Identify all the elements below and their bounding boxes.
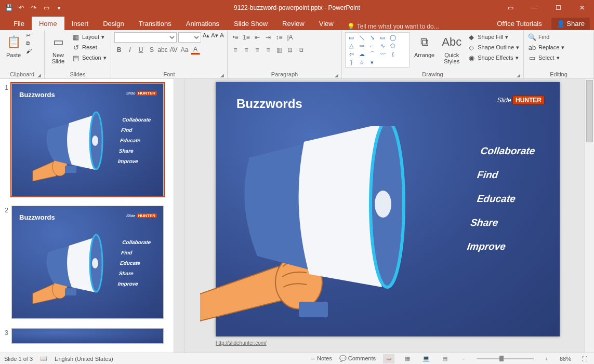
ribbon-display-icon[interactable]: ▭ — [498, 0, 522, 16]
tab-slideshow[interactable]: Slide Show — [227, 17, 275, 30]
shadow-icon[interactable]: abc — [158, 45, 167, 55]
shape-cloud-icon[interactable]: ☁ — [357, 50, 366, 58]
source-link[interactable]: http://slidehunter.com/ — [216, 340, 267, 346]
shape-rect-icon[interactable]: ▭ — [347, 34, 356, 41]
format-painter-icon[interactable]: 🖌 — [26, 48, 32, 54]
tab-animations[interactable]: Animations — [179, 17, 227, 30]
font-color-icon[interactable]: A — [191, 45, 200, 55]
italic-icon[interactable]: I — [125, 45, 135, 55]
sorter-view-icon[interactable]: ▦ — [402, 354, 413, 363]
slide-counter[interactable]: Slide 1 of 3 — [4, 356, 33, 362]
numbering-icon[interactable]: 1≡ — [242, 33, 251, 42]
shapes-gallery[interactable]: ▭＼↘▭◯△ ⇨⌐∿⬠⇦☁ ⌒〰{}☆▾ — [345, 32, 410, 68]
shape-outline-button[interactable]: ◇Shape Outline ▾ — [466, 43, 520, 52]
paste-button[interactable]: 📋 Paste — [3, 32, 24, 59]
tab-design[interactable]: Design — [96, 17, 131, 30]
decrease-font-icon[interactable]: A▾ — [211, 32, 218, 43]
slide-thumbnail-3[interactable] — [11, 328, 164, 344]
language-status[interactable]: English (United States) — [55, 356, 113, 362]
comments-button[interactable]: 💬 Comments — [339, 355, 376, 362]
zoom-out-icon[interactable]: − — [458, 354, 469, 363]
zoom-level[interactable]: 68% — [560, 356, 571, 362]
font-size-select[interactable] — [178, 32, 201, 43]
shape-fill-button[interactable]: ◆Shape Fill ▾ — [466, 32, 520, 42]
shape-line-icon[interactable]: ＼ — [357, 34, 366, 41]
indent-dec-icon[interactable]: ⇤ — [253, 33, 262, 42]
shape-rect2-icon[interactable]: ▭ — [378, 34, 387, 41]
arrange-button[interactable]: ⧉Arrange — [412, 32, 437, 59]
drawing-launcher-icon[interactable]: ◢ — [517, 73, 520, 78]
vertical-scrollbar[interactable] — [585, 79, 594, 353]
start-from-beginning-icon[interactable]: ▭ — [42, 3, 51, 12]
shape-l-icon[interactable]: ⌐ — [367, 42, 377, 49]
layout-button[interactable]: ▦Layout ▾ — [71, 32, 108, 42]
shape-arc-icon[interactable]: ⌒ — [367, 50, 377, 58]
notes-button[interactable]: ≐ Notes — [311, 355, 332, 362]
shape-wave-icon[interactable]: 〰 — [378, 50, 387, 58]
text-direction-icon[interactable]: |A — [285, 33, 295, 42]
shape-brace-icon[interactable]: { — [388, 50, 398, 58]
underline-icon[interactable]: U — [136, 45, 146, 55]
align-right-icon[interactable]: ≡ — [253, 45, 262, 55]
tab-view[interactable]: View — [312, 17, 341, 30]
shape-arrow-icon[interactable]: ⇨ — [357, 42, 366, 49]
strike-icon[interactable]: S — [147, 45, 156, 55]
slide-canvas[interactable]: Buzzwords Slide HUNTER — [216, 82, 560, 336]
tab-transitions[interactable]: Transitions — [131, 17, 179, 30]
shape-line2-icon[interactable]: ↘ — [367, 34, 377, 41]
normal-view-icon[interactable]: ▭ — [383, 354, 394, 363]
shape-curve-icon[interactable]: ∿ — [378, 42, 387, 49]
minimize-icon[interactable]: ― — [522, 0, 546, 16]
shape-star-icon[interactable]: ☆ — [357, 59, 366, 66]
shape-tri-icon[interactable]: △ — [347, 42, 356, 49]
line-spacing-icon[interactable]: ↕≡ — [274, 33, 284, 42]
qat-more-icon[interactable]: ▾ — [54, 3, 63, 12]
bold-icon[interactable]: B — [114, 45, 124, 55]
spellcheck-icon[interactable]: 📖 — [40, 355, 47, 362]
shape-arrow2-icon[interactable]: ⇦ — [347, 50, 356, 58]
close-icon[interactable]: ✕ — [570, 0, 594, 16]
bullets-icon[interactable]: •≡ — [231, 33, 240, 42]
align-left-icon[interactable]: ≡ — [231, 45, 240, 55]
quick-styles-button[interactable]: AbcQuick Styles — [439, 32, 464, 65]
tab-insert[interactable]: Insert — [64, 17, 96, 30]
shape-effects-button[interactable]: ◉Shape Effects ▾ — [466, 53, 520, 62]
columns-icon[interactable]: ▥ — [274, 45, 284, 55]
tab-home[interactable]: Home — [32, 17, 64, 30]
zoom-slider[interactable] — [477, 358, 534, 359]
save-icon[interactable]: 💾 — [4, 3, 14, 12]
shape-more-icon[interactable]: ▾ — [367, 59, 377, 66]
align-text-icon[interactable]: ⊟ — [285, 45, 295, 55]
smartart-icon[interactable]: ⧉ — [296, 45, 306, 55]
new-slide-button[interactable]: ▭ New Slide — [48, 32, 69, 65]
undo-icon[interactable]: ↶ — [17, 3, 26, 12]
find-button[interactable]: 🔍Find — [527, 32, 565, 42]
font-launcher-icon[interactable]: ◢ — [220, 73, 224, 78]
share-button[interactable]: 👤 Share — [551, 18, 590, 30]
copy-icon[interactable]: ⧉ — [26, 40, 32, 47]
indent-inc-icon[interactable]: ⇥ — [263, 33, 273, 42]
slideshow-view-icon[interactable]: ▤ — [439, 354, 451, 363]
clipboard-launcher-icon[interactable]: ◢ — [37, 73, 41, 78]
shape-hex-icon[interactable]: ⬠ — [388, 42, 398, 49]
select-button[interactable]: ▭Select ▾ — [527, 53, 565, 62]
shape-oval-icon[interactable]: ◯ — [388, 34, 398, 41]
slide-thumbnail-2[interactable]: Buzzwords Slide HUNTER Collaborate — [11, 206, 164, 319]
justify-icon[interactable]: ≡ — [263, 45, 273, 55]
tellme-input[interactable] — [357, 23, 456, 30]
zoom-in-icon[interactable]: + — [541, 354, 552, 363]
replace-button[interactable]: abReplace ▾ — [527, 43, 565, 52]
clear-format-icon[interactable]: A̶ — [220, 32, 224, 43]
reading-view-icon[interactable]: 💻 — [420, 354, 432, 363]
increase-font-icon[interactable]: A▴ — [203, 32, 209, 43]
redo-icon[interactable]: ↷ — [29, 3, 38, 12]
office-tutorials-link[interactable]: Office Tutorials — [490, 17, 549, 30]
slide-thumbnail-1[interactable]: Buzzwords Slide HUNTER Collaborate — [11, 83, 164, 196]
spacing-icon[interactable]: AV — [169, 45, 178, 55]
tab-file[interactable]: File — [6, 17, 32, 30]
fit-to-window-icon[interactable]: ⛶ — [578, 354, 590, 363]
section-button[interactable]: ▤Section ▾ — [71, 53, 108, 62]
reset-button[interactable]: ↺Reset — [71, 43, 108, 52]
cut-icon[interactable]: ✂ — [26, 32, 32, 39]
align-center-icon[interactable]: ≡ — [242, 45, 251, 55]
